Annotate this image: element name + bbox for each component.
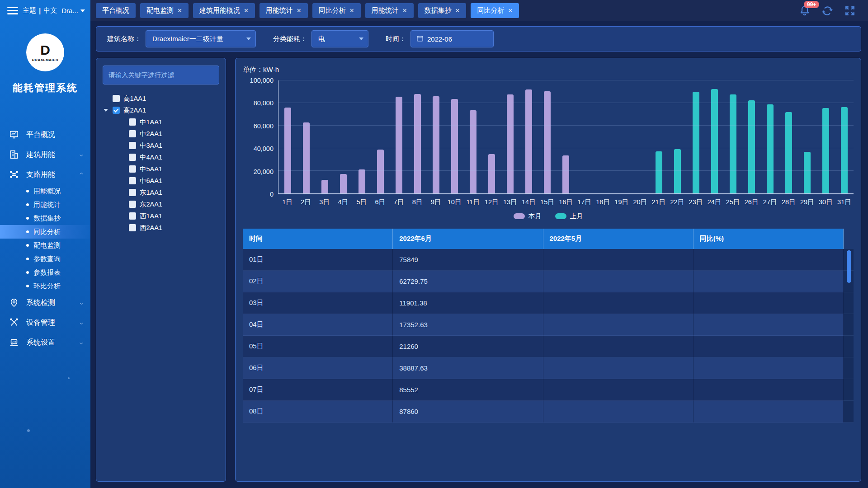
table-row[interactable]: 06日38887.63 xyxy=(243,357,854,379)
table-row[interactable]: 08日87860 xyxy=(243,401,854,422)
tree-node[interactable]: 中3AA1 xyxy=(103,140,219,151)
sidebar-submenu-item[interactable]: 环比分析 xyxy=(0,279,90,293)
tree-checkbox[interactable] xyxy=(129,189,136,196)
bar-本月[interactable] xyxy=(544,91,551,193)
bar-本月[interactable] xyxy=(321,180,328,193)
sidebar-menu-item[interactable]: 平台概况 xyxy=(0,125,90,145)
tree-checkbox[interactable] xyxy=(129,201,136,208)
sidebar-submenu-item[interactable]: 参数报表 xyxy=(0,266,90,279)
tree-checkbox[interactable] xyxy=(129,165,136,173)
sidebar-submenu-item[interactable]: 用能统计 xyxy=(0,198,90,211)
bar-上月[interactable] xyxy=(804,152,811,193)
bar-上月[interactable] xyxy=(674,149,681,193)
sidebar-submenu-item[interactable]: 配电监测 xyxy=(0,239,90,252)
bar-本月[interactable] xyxy=(359,169,365,193)
tree-node[interactable]: 中6AA1 xyxy=(103,175,219,187)
table-row[interactable]: 07日85552 xyxy=(243,379,854,401)
bar-本月[interactable] xyxy=(396,97,402,193)
bar-上月[interactable] xyxy=(730,94,736,193)
table-row[interactable]: 03日11901.38 xyxy=(243,292,854,314)
tree-checkbox[interactable] xyxy=(129,142,136,149)
sidebar-menu-item[interactable]: 支路用能 xyxy=(0,164,90,184)
tree-checkbox[interactable] xyxy=(129,154,136,161)
bar-上月[interactable] xyxy=(711,89,718,193)
tab-close-icon[interactable]: ✕ xyxy=(402,7,407,14)
sidebar-submenu-item[interactable]: 同比分析 xyxy=(0,225,90,239)
sidebar-menu-item[interactable]: 建筑用能 xyxy=(0,145,90,164)
hamburger-menu-icon[interactable] xyxy=(7,7,18,14)
tree-checkbox[interactable] xyxy=(129,177,136,184)
tab[interactable]: 用能统计 ✕ xyxy=(365,3,414,18)
bar-本月[interactable] xyxy=(414,94,421,193)
month-picker-input[interactable]: 2022-06 xyxy=(410,30,494,47)
tree-node[interactable]: 东1AA1 xyxy=(103,187,219,198)
bar-本月[interactable] xyxy=(488,154,495,193)
bar-本月[interactable] xyxy=(284,108,291,193)
tab[interactable]: 平台概况 xyxy=(96,3,136,18)
sidebar-submenu-item[interactable]: 用能概况 xyxy=(0,184,90,198)
tree-checkbox[interactable] xyxy=(129,212,136,220)
tab[interactable]: 建筑用能概况 ✕ xyxy=(193,3,255,18)
tab-close-icon[interactable]: ✕ xyxy=(508,7,513,14)
tab[interactable]: 数据集抄 ✕ xyxy=(418,3,467,18)
tab-close-icon[interactable]: ✕ xyxy=(244,7,249,14)
refresh-icon[interactable] xyxy=(821,5,834,17)
tree-checkbox[interactable] xyxy=(129,224,136,231)
energy-type-select[interactable]: 电 xyxy=(311,30,368,47)
bar-本月[interactable] xyxy=(303,122,310,193)
sidebar-menu-item[interactable]: 系统设置 xyxy=(0,333,90,352)
bar-上月[interactable] xyxy=(841,107,848,193)
tab[interactable]: 用能统计 ✕ xyxy=(259,3,308,18)
fullscreen-icon[interactable] xyxy=(844,5,856,17)
tree-node[interactable]: 中2AA1 xyxy=(103,128,219,140)
tab[interactable]: 同比分析 ✕ xyxy=(312,3,361,18)
tab-close-icon[interactable]: ✕ xyxy=(349,7,354,14)
bar-本月[interactable] xyxy=(433,96,439,193)
legend-item[interactable]: 本月 xyxy=(514,212,542,221)
tree-node[interactable]: 中4AA1 xyxy=(103,151,219,163)
tree-node[interactable]: 中5AA1 xyxy=(103,163,219,175)
table-row[interactable]: 01日75849 xyxy=(243,249,854,271)
language-toggle[interactable]: 中文 xyxy=(43,6,57,15)
bar-上月[interactable] xyxy=(693,92,699,193)
notifications-bell-icon[interactable]: 99+ xyxy=(798,5,811,17)
tree-checkbox[interactable] xyxy=(129,118,136,126)
table-scrollbar-thumb[interactable] xyxy=(847,250,851,283)
table-row[interactable]: 02日62729.75 xyxy=(243,271,854,292)
bar-上月[interactable] xyxy=(656,151,662,193)
sidebar-menu-item[interactable]: 设备管理 xyxy=(0,313,90,333)
bar-本月[interactable] xyxy=(340,174,347,193)
tree-checkbox[interactable] xyxy=(113,95,120,102)
tab[interactable]: 同比分析 ✕ xyxy=(471,3,519,18)
sidebar-submenu-item[interactable]: 参数查询 xyxy=(0,252,90,266)
tree-checkbox[interactable] xyxy=(113,107,120,114)
tab-close-icon[interactable]: ✕ xyxy=(455,7,460,14)
tree-search-input[interactable] xyxy=(108,71,213,79)
tab[interactable]: 配电监测 ✕ xyxy=(140,3,189,18)
tree-node[interactable]: 中1AA1 xyxy=(103,116,219,128)
bar-本月[interactable] xyxy=(377,150,384,193)
tree-checkbox[interactable] xyxy=(129,130,136,137)
building-select[interactable]: DraexImaier一二级计量 xyxy=(146,30,256,47)
legend-item[interactable]: 上月 xyxy=(555,212,583,221)
tab-close-icon[interactable]: ✕ xyxy=(297,7,302,14)
tree-node[interactable]: 高2AA1 xyxy=(103,104,219,116)
sidebar-submenu-item[interactable]: 数据集抄 xyxy=(0,211,90,225)
tree-expand-caret-icon[interactable] xyxy=(104,109,108,112)
tab-close-icon[interactable]: ✕ xyxy=(177,7,182,14)
bar-本月[interactable] xyxy=(451,99,458,193)
bar-本月[interactable] xyxy=(525,89,532,193)
tree-node[interactable]: 高1AA1 xyxy=(103,93,219,104)
user-dropdown[interactable]: Dra... xyxy=(61,7,85,14)
bar-上月[interactable] xyxy=(785,112,792,193)
bar-上月[interactable] xyxy=(767,104,774,194)
sidebar-menu-item[interactable]: 系统检测 xyxy=(0,293,90,313)
bar-本月[interactable] xyxy=(507,94,514,194)
bar-上月[interactable] xyxy=(748,100,755,193)
tree-node[interactable]: 东2AA1 xyxy=(103,198,219,210)
tree-node[interactable]: 西1AA1 xyxy=(103,210,219,222)
bar-本月[interactable] xyxy=(562,155,569,193)
bar-本月[interactable] xyxy=(470,110,476,194)
theme-toggle[interactable]: 主题 xyxy=(23,6,36,15)
tree-node[interactable]: 西2AA1 xyxy=(103,222,219,234)
